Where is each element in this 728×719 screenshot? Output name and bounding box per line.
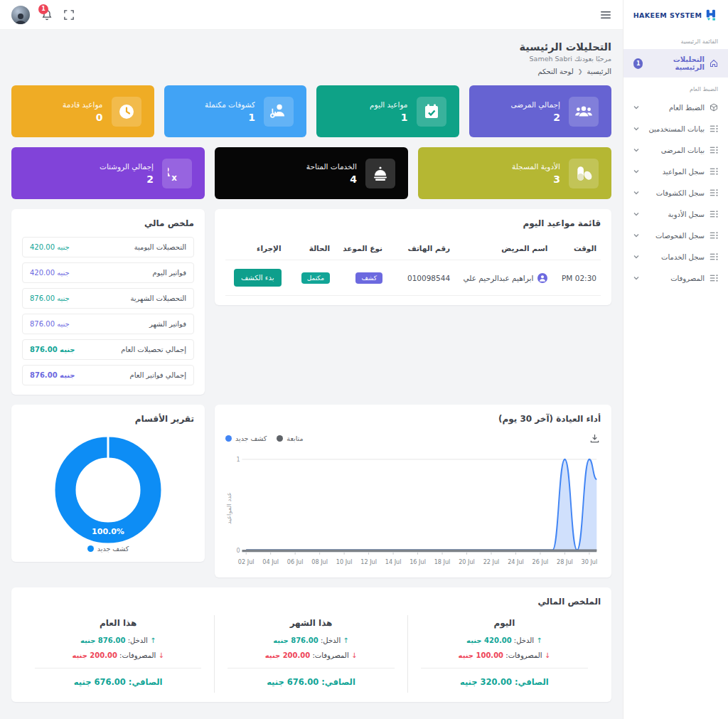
list-icon: [710, 146, 718, 154]
financial-row-label: فواتير اليوم: [153, 269, 186, 277]
sidebar-item-services-log[interactable]: سجل الخدمات: [623, 246, 728, 267]
income-line: ↑ الدخل: 876.00 جنيه: [35, 637, 201, 644]
col-phone: رقم الهاتف: [387, 237, 454, 260]
stat-card-completed-exams[interactable]: كشوفات مكتملة 1: [164, 85, 307, 137]
income-line: ↑ الدخل: 876.00 جنيه: [228, 637, 394, 644]
download-chart-icon[interactable]: [589, 432, 601, 444]
financial-summary-card: ملخص مالي التحصيلات اليومية 420.00 جنيه …: [11, 209, 205, 395]
chevron-down-icon: [633, 126, 639, 132]
col-type: نوع الموعد: [334, 237, 387, 260]
stat-card-today-appointments[interactable]: مواعيد اليوم 1: [316, 85, 459, 137]
stat-label: الأدوية المسجلة: [512, 162, 560, 171]
stat-card-total-patients[interactable]: إجمالي المرضى 2: [469, 85, 612, 137]
chevron-down-icon: [633, 233, 639, 238]
page-title: التحليلات الرئيسية: [11, 41, 611, 53]
donut-ring: [65, 447, 151, 533]
summary-column-year: هذا العام ↑ الدخل: 876.00 جنيه ↓ المصروف…: [22, 615, 215, 693]
area-fill: [246, 459, 596, 550]
stat-card-available-services[interactable]: الخدمات المتاحة 4: [215, 147, 408, 199]
income-line: ↑ الدخل: 420.00 جنيه: [421, 637, 588, 644]
stat-label: كشوفات مكتملة: [205, 100, 255, 109]
brand[interactable]: HAKEEM SYSTEM: [623, 0, 728, 30]
donut-chart[interactable]: 100.0%: [55, 437, 161, 543]
x-tick-label: 20 Jul: [459, 558, 475, 565]
stat-value: 2: [510, 112, 560, 123]
col-patient: اسم المريض: [454, 237, 552, 260]
expenses-line: ↓ المصروفات: 200.00 جنيه: [228, 651, 394, 659]
stat-label: إجمالي المرضى: [510, 100, 560, 109]
sidebar-item-tests-log[interactable]: سجل الفحوصات: [623, 225, 728, 246]
stat-value: 0: [63, 112, 102, 123]
list-icon: [710, 210, 718, 218]
financial-row-value: 876.00 جنيه: [30, 371, 75, 379]
x-tick-label: 14 Jul: [385, 558, 402, 565]
sidebar-item-medicines-log[interactable]: سجل الأدوية: [623, 203, 728, 225]
income-label: الدخل:: [128, 637, 148, 644]
sidebar-item-appointments-log[interactable]: سجل المواعيد: [623, 161, 728, 182]
financial-row: إجمالي تحصيلات العام 876.00 جنيه: [22, 339, 194, 360]
sidebar-item-label: سجل الخدمات: [661, 253, 705, 261]
departments-report-card: تقرير الأقسام 100.0% كشف جديد: [11, 405, 205, 562]
user-avatar[interactable]: [11, 6, 30, 24]
legend-item[interactable]: كشف جديد: [225, 435, 267, 442]
chevron-down-icon: [633, 275, 639, 281]
sidebar-item-patients-data[interactable]: بيانات المرضى: [623, 139, 728, 161]
start-exam-button[interactable]: بدء الكشف: [234, 269, 282, 287]
line-chart[interactable]: 1002 Jul04 Jul06 Jul08 Jul10 Jul12 Jul14…: [234, 449, 601, 568]
x-tick-label: 26 Jul: [532, 558, 549, 565]
chevron-down-icon: [633, 190, 639, 196]
sidebar-item-users-data[interactable]: بيانات المستخدمين: [623, 118, 728, 139]
breadcrumb-home[interactable]: الرئيسية: [587, 68, 611, 75]
stats-row-2: الأدوية المسجلة 3 الخدمات المتاحة 4 R: [11, 147, 611, 199]
clinic-performance-card: أداء العيادة (آخر 30 يوم) كشف جديد: [215, 405, 611, 577]
donut-slice-label: 100.0%: [92, 527, 124, 536]
fullscreen-icon[interactable]: [64, 10, 74, 20]
list-icon: [710, 252, 718, 261]
patient-phone: 010098544: [407, 274, 450, 282]
sidebar-item-label: بيانات المستخدمين: [648, 125, 705, 133]
net-label: الصافي:: [321, 677, 355, 687]
appointments-card: قائمة مواعيد اليوم الوقت اسم المريض رقم …: [215, 209, 611, 305]
chevron-down-icon: [633, 105, 639, 110]
bottom-summary-title: الملخص المالي: [22, 597, 601, 607]
sidebar-item-expenses[interactable]: المصروفات: [623, 267, 728, 289]
net-line: الصافي: 320.00 جنيه: [421, 677, 588, 687]
stat-card-registered-medicines[interactable]: الأدوية المسجلة 3: [418, 147, 611, 199]
notifications-bell-icon[interactable]: 1: [41, 9, 53, 21]
stat-card-total-prescriptions[interactable]: Rx إجمالي الروشتات 2: [11, 147, 205, 199]
line-chart-legend: كشف جديد متابعة: [225, 435, 304, 442]
sidebar-item-label: سجل الأدوية: [668, 211, 705, 218]
stat-value: 3: [512, 174, 560, 185]
net-value: 320.00 جنيه: [460, 677, 512, 687]
footer: © 2025 تمت البرمجة بكل حب من المطور ♥ سا…: [11, 706, 611, 719]
financial-row: فواتير الشهر 876.00 جنيه: [22, 314, 194, 334]
svg-text:R: R: [168, 165, 170, 179]
chevron-down-icon: [633, 254, 639, 260]
income-label: الدخل:: [321, 637, 341, 644]
list-icon: [710, 231, 718, 240]
sidebar-item-exams-log[interactable]: سجل الكشوفات: [623, 182, 728, 203]
sidebar-item-general-settings[interactable]: الضبط العام: [623, 97, 728, 118]
page-content: التحليلات الرئيسية مرحبًا بعودتك Sameh S…: [0, 30, 623, 719]
legend-item[interactable]: متابعة: [277, 435, 303, 442]
summary-column-today: اليوم ↑ الدخل: 420.00 جنيه ↓ المصروفات: …: [408, 615, 601, 693]
donut-legend: كشف جديد: [22, 545, 194, 553]
stat-value: 1: [205, 112, 255, 123]
page-header: التحليلات الرئيسية مرحبًا بعودتك Sameh S…: [11, 41, 611, 75]
hamburger-menu-icon[interactable]: [600, 9, 611, 21]
financial-row-value: 420.00 جنيه: [30, 269, 70, 277]
summary-heading: هذا الشهر: [228, 618, 394, 628]
financial-row-label: التحصيلات اليومية: [134, 243, 186, 251]
calendar-check-icon: [417, 97, 446, 127]
notification-count-badge: 1: [38, 4, 48, 14]
sidebar-item-analytics-active[interactable]: التحليلات الرئيسية 1: [623, 49, 728, 78]
net-label: الصافي:: [515, 677, 549, 687]
x-tick-label: 22 Jul: [483, 558, 500, 565]
sidebar-section-main: القائمة الرئيسية: [623, 30, 728, 49]
legend-item[interactable]: كشف جديد: [87, 545, 129, 553]
x-tick-label: 24 Jul: [508, 558, 524, 565]
appointments-table: الوقت اسم المريض رقم الهاتف نوع الموعد ا…: [225, 237, 601, 296]
list-icon: [710, 188, 718, 197]
stat-value: 2: [100, 174, 154, 185]
stat-card-upcoming-appointments[interactable]: مواعيد قادمة 0: [11, 85, 154, 137]
